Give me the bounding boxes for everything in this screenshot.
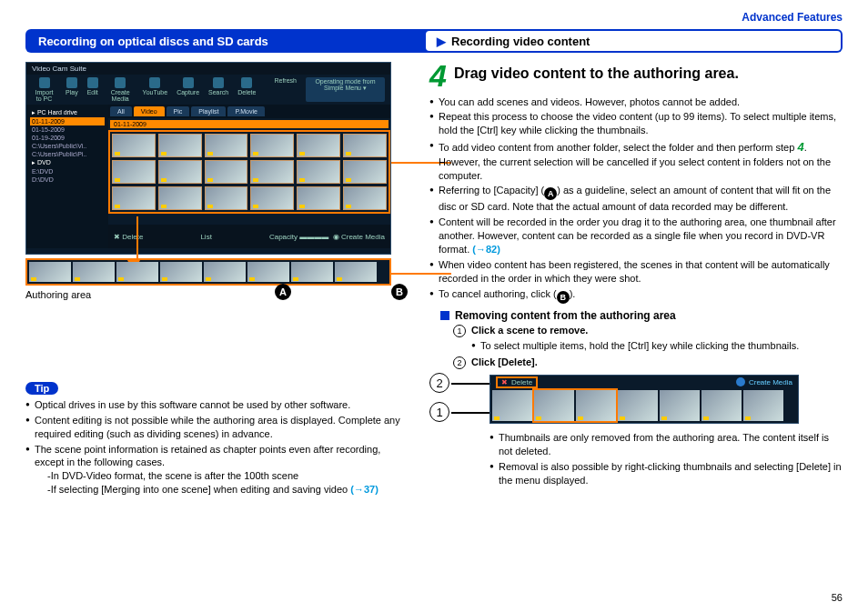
remove-step1: Click a scene to remove.	[471, 325, 799, 336]
tip-item: Optical drives in use by this software c…	[25, 398, 408, 412]
marker-a: A	[275, 284, 291, 300]
remove-heading: Removing content from the authoring area	[455, 309, 676, 322]
step-notes: You can add scenes and videos. However, …	[429, 95, 843, 304]
remove-after-note: Removal is also possible by right-clicki…	[490, 460, 843, 487]
delete-button-highlight: ✖Delete	[496, 376, 538, 388]
tip-item: Content editing is not possible while th…	[25, 414, 408, 441]
bar-right-text: Recording video content	[451, 35, 590, 48]
disc-icon	[736, 377, 745, 386]
remove-after-note: Thumbnails are only removed from the aut…	[490, 431, 843, 458]
tip-item: The scene point information is retained …	[25, 443, 408, 497]
remove-step1-note: To select multiple items, hold the [Ctrl…	[471, 339, 799, 353]
callout-circle-1: 1	[429, 402, 449, 422]
page-ref-link[interactable]: (→37)	[350, 484, 378, 495]
step-title: Drag video content to the authoring area…	[454, 65, 739, 82]
app-main-panel: All Video Pic Playlist P.Movie 01-11-200…	[108, 105, 390, 248]
square-bullet-icon	[440, 311, 449, 320]
remove-step2: Click [Delete].	[471, 356, 538, 367]
page-number: 56	[832, 592, 843, 603]
bar-left-title: Recording on optical discs and SD cards	[25, 35, 426, 48]
marker-a-inline: A	[544, 187, 557, 200]
step-circle-1: 1	[453, 325, 466, 337]
app-sidebar: ▸ PC Hard drive 01-11-2009 01-15-2009 01…	[26, 105, 108, 248]
app-window-title: Video Cam Suite	[26, 63, 390, 75]
bar-right-title: ▶ Recording video content	[426, 31, 841, 51]
triangle-icon: ▶	[437, 35, 446, 48]
authoring-delete-screenshot: ✖Delete Create Media	[490, 375, 799, 424]
marker-b: B	[391, 284, 408, 300]
marker-b-inline: B	[557, 291, 570, 304]
authoring-area-label: Authoring area	[25, 289, 91, 300]
section-link[interactable]: Advanced Features	[25, 11, 843, 24]
app-screenshot: Video Cam Suite Import to PC Play Edit C…	[25, 62, 391, 255]
tip-badge: Tip	[25, 382, 58, 395]
step-circle-2: 2	[453, 356, 466, 369]
tip-section: Tip Optical drives in use by this softwa…	[25, 382, 408, 497]
callout-circle-2: 2	[429, 373, 449, 393]
page-title-bar: Recording on optical discs and SD cards …	[25, 29, 843, 53]
thumbnail-selection-highlight	[532, 388, 618, 423]
authoring-area-strip	[25, 258, 391, 286]
step-number: 4	[429, 62, 447, 90]
app-toolbar: Import to PC Play Edit Create Media YouT…	[26, 75, 390, 105]
page-ref-link[interactable]: (→82)	[472, 244, 500, 255]
